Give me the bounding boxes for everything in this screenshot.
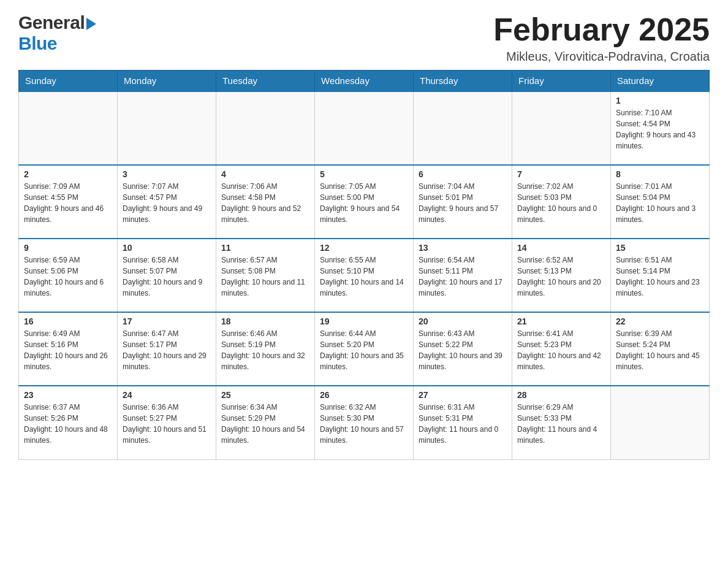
calendar-cell: 16Sunrise: 6:49 AM Sunset: 5:16 PM Dayli… <box>19 312 118 386</box>
week-row-4: 16Sunrise: 6:49 AM Sunset: 5:16 PM Dayli… <box>19 312 710 386</box>
week-row-1: 1Sunrise: 7:10 AM Sunset: 4:54 PM Daylig… <box>19 91 710 165</box>
calendar-cell: 5Sunrise: 7:05 AM Sunset: 5:00 PM Daylig… <box>315 165 414 239</box>
title-block: February 2025 Mikleus, Virovitica-Podrav… <box>493 12 710 64</box>
day-number: 22 <box>616 316 704 326</box>
calendar-cell: 21Sunrise: 6:41 AM Sunset: 5:23 PM Dayli… <box>512 312 611 386</box>
day-number: 4 <box>221 169 309 179</box>
day-info: Sunrise: 7:09 AM Sunset: 4:55 PM Dayligh… <box>24 181 112 225</box>
calendar-cell: 19Sunrise: 6:44 AM Sunset: 5:20 PM Dayli… <box>315 312 414 386</box>
calendar-cell <box>512 91 611 165</box>
day-number: 5 <box>320 169 408 179</box>
weekday-header-sunday: Sunday <box>19 71 118 92</box>
day-info: Sunrise: 6:36 AM Sunset: 5:27 PM Dayligh… <box>123 402 211 446</box>
day-number: 8 <box>616 169 704 179</box>
day-info: Sunrise: 6:43 AM Sunset: 5:22 PM Dayligh… <box>419 328 507 372</box>
day-info: Sunrise: 6:51 AM Sunset: 5:14 PM Dayligh… <box>616 255 704 299</box>
week-row-5: 23Sunrise: 6:37 AM Sunset: 5:26 PM Dayli… <box>19 386 710 459</box>
day-info: Sunrise: 7:01 AM Sunset: 5:04 PM Dayligh… <box>616 181 704 225</box>
day-info: Sunrise: 6:29 AM Sunset: 5:33 PM Dayligh… <box>517 402 605 446</box>
day-info: Sunrise: 7:02 AM Sunset: 5:03 PM Dayligh… <box>517 181 605 225</box>
day-number: 23 <box>24 390 112 400</box>
day-number: 18 <box>221 316 309 326</box>
day-info: Sunrise: 6:46 AM Sunset: 5:19 PM Dayligh… <box>221 328 309 372</box>
calendar-cell: 14Sunrise: 6:52 AM Sunset: 5:13 PM Dayli… <box>512 239 611 312</box>
day-number: 13 <box>419 243 507 253</box>
weekday-header-thursday: Thursday <box>414 71 512 92</box>
logo-blue-text: Blue <box>18 33 96 54</box>
day-info: Sunrise: 7:06 AM Sunset: 4:58 PM Dayligh… <box>221 181 309 225</box>
calendar-cell: 8Sunrise: 7:01 AM Sunset: 5:04 PM Daylig… <box>611 165 710 239</box>
calendar-cell: 4Sunrise: 7:06 AM Sunset: 4:58 PM Daylig… <box>216 165 315 239</box>
day-number: 17 <box>123 316 211 326</box>
calendar-cell: 13Sunrise: 6:54 AM Sunset: 5:11 PM Dayli… <box>414 239 512 312</box>
calendar-cell: 25Sunrise: 6:34 AM Sunset: 5:29 PM Dayli… <box>216 386 315 459</box>
calendar-cell: 18Sunrise: 6:46 AM Sunset: 5:19 PM Dayli… <box>216 312 315 386</box>
day-info: Sunrise: 6:47 AM Sunset: 5:17 PM Dayligh… <box>123 328 211 372</box>
day-info: Sunrise: 6:31 AM Sunset: 5:31 PM Dayligh… <box>419 402 507 446</box>
weekday-header-tuesday: Tuesday <box>216 71 315 92</box>
calendar-cell: 22Sunrise: 6:39 AM Sunset: 5:24 PM Dayli… <box>611 312 710 386</box>
day-info: Sunrise: 6:52 AM Sunset: 5:13 PM Dayligh… <box>517 255 605 299</box>
logo: General Blue <box>18 12 96 54</box>
day-number: 28 <box>517 390 605 400</box>
calendar-cell: 27Sunrise: 6:31 AM Sunset: 5:31 PM Dayli… <box>414 386 512 459</box>
calendar-cell: 3Sunrise: 7:07 AM Sunset: 4:57 PM Daylig… <box>118 165 216 239</box>
day-info: Sunrise: 7:10 AM Sunset: 4:54 PM Dayligh… <box>616 107 704 151</box>
day-number: 15 <box>616 243 704 253</box>
day-number: 10 <box>123 243 211 253</box>
day-info: Sunrise: 6:54 AM Sunset: 5:11 PM Dayligh… <box>419 255 507 299</box>
calendar-cell: 12Sunrise: 6:55 AM Sunset: 5:10 PM Dayli… <box>315 239 414 312</box>
calendar-cell: 1Sunrise: 7:10 AM Sunset: 4:54 PM Daylig… <box>611 91 710 165</box>
calendar-table: SundayMondayTuesdayWednesdayThursdayFrid… <box>18 70 710 460</box>
day-number: 27 <box>419 390 507 400</box>
page-header: General Blue February 2025 Mikleus, Viro… <box>18 12 710 64</box>
day-number: 12 <box>320 243 408 253</box>
day-number: 19 <box>320 316 408 326</box>
calendar-cell: 24Sunrise: 6:36 AM Sunset: 5:27 PM Dayli… <box>118 386 216 459</box>
weekday-header-wednesday: Wednesday <box>315 71 414 92</box>
day-info: Sunrise: 6:32 AM Sunset: 5:30 PM Dayligh… <box>320 402 408 446</box>
weekday-header-friday: Friday <box>512 71 611 92</box>
calendar-cell <box>414 91 512 165</box>
weekday-header-saturday: Saturday <box>611 71 710 92</box>
day-number: 7 <box>517 169 605 179</box>
calendar-cell: 11Sunrise: 6:57 AM Sunset: 5:08 PM Dayli… <box>216 239 315 312</box>
calendar-cell <box>216 91 315 165</box>
day-info: Sunrise: 6:34 AM Sunset: 5:29 PM Dayligh… <box>221 402 309 446</box>
day-info: Sunrise: 6:37 AM Sunset: 5:26 PM Dayligh… <box>24 402 112 446</box>
day-info: Sunrise: 6:59 AM Sunset: 5:06 PM Dayligh… <box>24 255 112 299</box>
day-info: Sunrise: 7:05 AM Sunset: 5:00 PM Dayligh… <box>320 181 408 225</box>
calendar-cell: 26Sunrise: 6:32 AM Sunset: 5:30 PM Dayli… <box>315 386 414 459</box>
day-info: Sunrise: 6:41 AM Sunset: 5:23 PM Dayligh… <box>517 328 605 372</box>
calendar-cell: 10Sunrise: 6:58 AM Sunset: 5:07 PM Dayli… <box>118 239 216 312</box>
calendar-cell: 15Sunrise: 6:51 AM Sunset: 5:14 PM Dayli… <box>611 239 710 312</box>
calendar-cell: 2Sunrise: 7:09 AM Sunset: 4:55 PM Daylig… <box>19 165 118 239</box>
logo-general-text: General <box>18 12 85 33</box>
day-number: 9 <box>24 243 112 253</box>
calendar-cell: 28Sunrise: 6:29 AM Sunset: 5:33 PM Dayli… <box>512 386 611 459</box>
calendar-cell: 17Sunrise: 6:47 AM Sunset: 5:17 PM Dayli… <box>118 312 216 386</box>
day-number: 26 <box>320 390 408 400</box>
day-number: 6 <box>419 169 507 179</box>
day-number: 16 <box>24 316 112 326</box>
day-info: Sunrise: 6:44 AM Sunset: 5:20 PM Dayligh… <box>320 328 408 372</box>
weekday-header-monday: Monday <box>118 71 216 92</box>
weekday-header-row: SundayMondayTuesdayWednesdayThursdayFrid… <box>19 71 710 92</box>
day-number: 25 <box>221 390 309 400</box>
day-number: 1 <box>616 96 704 105</box>
day-info: Sunrise: 6:49 AM Sunset: 5:16 PM Dayligh… <box>24 328 112 372</box>
day-info: Sunrise: 6:39 AM Sunset: 5:24 PM Dayligh… <box>616 328 704 372</box>
day-number: 3 <box>123 169 211 179</box>
month-title: February 2025 <box>493 12 710 47</box>
calendar-cell: 20Sunrise: 6:43 AM Sunset: 5:22 PM Dayli… <box>414 312 512 386</box>
day-info: Sunrise: 6:57 AM Sunset: 5:08 PM Dayligh… <box>221 255 309 299</box>
day-number: 14 <box>517 243 605 253</box>
calendar-cell <box>315 91 414 165</box>
calendar-cell <box>611 386 710 459</box>
day-info: Sunrise: 7:07 AM Sunset: 4:57 PM Dayligh… <box>123 181 211 225</box>
week-row-3: 9Sunrise: 6:59 AM Sunset: 5:06 PM Daylig… <box>19 239 710 312</box>
day-number: 20 <box>419 316 507 326</box>
calendar-cell: 9Sunrise: 6:59 AM Sunset: 5:06 PM Daylig… <box>19 239 118 312</box>
location-text: Mikleus, Virovitica-Podravina, Croatia <box>493 50 710 64</box>
day-number: 24 <box>123 390 211 400</box>
